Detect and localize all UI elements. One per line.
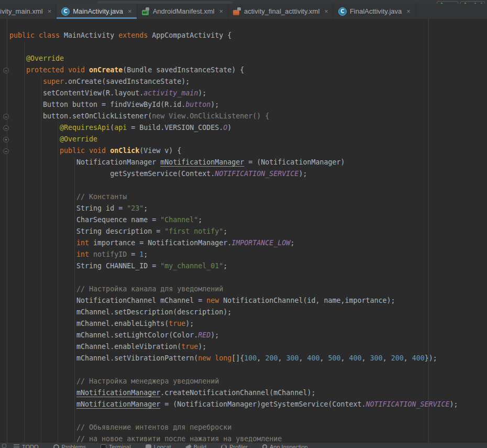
code-line[interactable]: CharSequence name = "Channel"; [9, 214, 458, 226]
code-line[interactable]: String id = "23"; [9, 203, 458, 214]
code-token-com: // Обьявление интентов для переброски [9, 423, 231, 431]
code-token-str: "first notify" [164, 227, 223, 235]
code-token-def: importance = NotificationManager. [93, 239, 231, 247]
code-token-const: NOTIFICATION_SERVICE [215, 170, 298, 178]
code-line[interactable]: public void onClick(View v) { [9, 145, 458, 157]
code-token-kw: true [181, 343, 198, 351]
code-token-def: mChannel.enableVibration( [9, 343, 181, 351]
code-line[interactable]: Button button = findViewById(R.id.button… [9, 99, 458, 111]
close-icon[interactable]: × [324, 8, 328, 15]
code-line[interactable]: @RequiresApi(api = Build.VERSION_CODES.O… [9, 122, 458, 134]
code-line[interactable]: NotificationManager mNotificationManager… [9, 157, 458, 168]
code-line[interactable]: mNotificationManager.createNotificationC… [9, 387, 458, 399]
close-icon[interactable]: × [48, 8, 52, 15]
appinspection-icon [262, 444, 267, 448]
code-line[interactable]: @Override [9, 134, 458, 145]
code-token-def: ( [110, 124, 114, 132]
toolwindow-button-terminal[interactable]: Terminal [101, 444, 131, 448]
code-token-def: }); [425, 354, 437, 362]
code-line[interactable]: mChannel.setDescription(description); [9, 307, 458, 318]
code-token-const: IMPORTANCE_LOW [231, 239, 290, 247]
fold-minus-icon[interactable]: − [3, 148, 9, 154]
code-line[interactable]: // Настройка менеджера уведомлений [9, 376, 458, 387]
code-line[interactable]: mNotificationManager = (NotificationMana… [9, 399, 458, 410]
code-line[interactable] [9, 180, 458, 191]
code-line[interactable]: getSystemService(Context.NOTIFICATION_SE… [9, 168, 458, 180]
build-icon [185, 444, 192, 448]
code-token-mdecl: onCreate [89, 66, 123, 74]
close-icon[interactable]: × [406, 8, 411, 15]
toolwindow-button-label: Build [194, 444, 206, 448]
code-token-kw: new long [198, 354, 231, 362]
code-line[interactable]: mChannel.setVibrationPattern(new long[]{… [9, 353, 458, 364]
code-line[interactable]: mChannel.enableVibration(true); [9, 341, 458, 353]
toolwindow-button-problems[interactable]: Problems [53, 444, 86, 448]
close-icon[interactable]: × [128, 8, 132, 15]
tab-FinalActtivity.java[interactable]: CFinalActtivity.java× [334, 4, 416, 19]
code-token-def: ); [211, 331, 219, 339]
bottom-bar-items: TODOProblemsTerminalLogcatBuildProfilerA… [14, 444, 308, 448]
tab-label: activity_final_acttivity.xml [244, 7, 319, 15]
code-token-dim: notifyID [93, 250, 127, 258]
code-line[interactable]: // Обьявление интентов для переброски [9, 422, 458, 433]
code-line[interactable]: super.onCreate(savedInstanceState); [9, 76, 458, 88]
code-line[interactable]: setContentView(R.layout.activity_main); [9, 88, 458, 99]
code-line[interactable]: String CHANNEL_ID = "my_channel_01"; [9, 260, 458, 272]
code-line[interactable] [9, 41, 458, 53]
tab-label: ivity_main.xml [0, 7, 43, 15]
toolwindow-button-profiler[interactable]: Profiler [221, 444, 248, 448]
code-token-def: CharSequence name = [9, 216, 160, 224]
code-line[interactable] [9, 272, 458, 283]
code-line[interactable]: // на новое активити после нажатия на ув… [9, 433, 458, 443]
code-token-def: mChannel.setVibrationPattern( [9, 354, 198, 362]
code-token-num: 400 [349, 354, 362, 362]
toolwindow-button-app-inspection[interactable]: App Inspection [262, 444, 308, 448]
code-line[interactable]: public class MainActivity extends AppCom… [9, 30, 458, 41]
code-token-str: "Channel" [160, 216, 198, 224]
problems-icon [53, 444, 59, 448]
code-token-num: 1 [139, 250, 143, 258]
code-token-mdecl: onClick [110, 147, 139, 155]
fold-minus-icon[interactable]: − [3, 125, 9, 131]
code-line[interactable]: button.setOnClickListener(new View.OnCli… [9, 111, 458, 122]
tool-window-layout-icon[interactable] [2, 444, 6, 448]
toolwindow-button-todo[interactable]: TODO [14, 444, 39, 448]
code-line[interactable]: int importance = NotificationManager.IMP… [9, 237, 458, 249]
code-token-kw: public void [9, 147, 110, 155]
tab-MainActivity.java[interactable]: CMainActivity.java× [57, 4, 137, 19]
code-token-def: ; [223, 262, 227, 270]
code-token-def: .createNotificationChannel(mChannel); [160, 389, 315, 397]
code-token-def: = [127, 250, 139, 258]
code-line[interactable]: mChannel.enableLights(true); [9, 318, 458, 330]
code-token-def: getSystemService(Context. [9, 170, 215, 178]
code-token-def: ); [198, 343, 206, 351]
code-line[interactable]: @Override [9, 53, 458, 64]
code-line[interactable]: // Настройка канала для уведомлений [9, 283, 458, 295]
bottom-tool-window-bar: TODOProblemsTerminalLogcatBuildProfilerA… [0, 443, 487, 448]
toolwindow-button-logcat[interactable]: Logcat [146, 444, 171, 448]
code-line[interactable]: mChannel.setLightColor(Color.RED); [9, 330, 458, 341]
close-icon[interactable]: × [219, 8, 223, 15]
code-line[interactable]: // Константы [9, 191, 458, 203]
code-token-def: Button button = findViewById(R.id. [9, 101, 185, 108]
tab-ivity_main.xml[interactable]: ivity_main.xml× [0, 4, 57, 19]
code-line[interactable] [9, 410, 458, 422]
code-token-def: AppCompatActivity { [152, 31, 231, 39]
code-token-def: ; [290, 239, 294, 247]
tab-activity_final_acttivity.xml[interactable]: activity_final_acttivity.xml× [228, 4, 334, 19]
code-line[interactable]: protected void onCreate(Bundle savedInst… [9, 64, 458, 76]
fold-plus-icon[interactable]: + [3, 137, 9, 143]
tab-AndroidManifest.xml[interactable]: MFAndroidManifest.xml× [137, 4, 228, 19]
code-token-kw: int [9, 239, 93, 247]
code-line[interactable]: int notifyID = 1; [9, 249, 458, 260]
terminal-icon [101, 444, 106, 448]
toolwindow-button-build[interactable]: Build [186, 444, 206, 448]
editor[interactable]: public class MainActivity extends AppCom… [0, 19, 487, 443]
code-line[interactable]: NotificationChannel mChannel = new Notif… [9, 295, 458, 307]
code-line[interactable]: String description = "first notify"; [9, 226, 458, 237]
fold-minus-icon[interactable]: − [3, 68, 9, 73]
fold-minus-icon[interactable]: − [3, 114, 9, 119]
code-area[interactable]: public class MainActivity extends AppCom… [9, 30, 458, 443]
tab-label: MainActivity.java [73, 7, 123, 15]
code-line[interactable] [9, 364, 458, 376]
